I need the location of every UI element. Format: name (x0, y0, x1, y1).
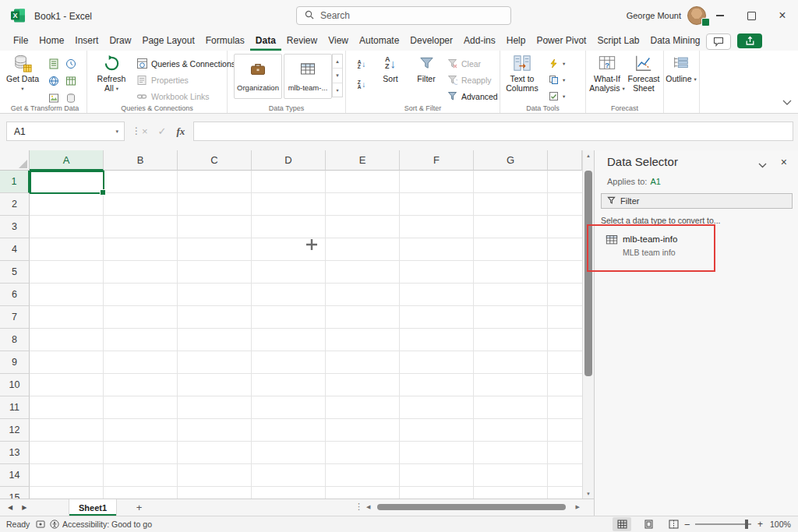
text-to-columns-button[interactable]: Text to Columns (503, 52, 541, 93)
page-layout-view-button[interactable] (639, 517, 658, 531)
sort-descending-button[interactable]: ZA↓ (351, 76, 373, 94)
from-web-icon[interactable] (48, 75, 60, 87)
from-text-csv-icon[interactable] (48, 58, 60, 70)
what-if-analysis-button[interactable]: ? What-If Analysis ▾ (589, 52, 625, 93)
ribbon-tab-file[interactable]: File (8, 31, 34, 51)
maximize-button[interactable] (736, 0, 767, 31)
column-header-F[interactable]: F (400, 150, 474, 171)
horizontal-scrollbar-thumb[interactable] (377, 504, 566, 510)
data-type-organization[interactable]: Organization (234, 54, 282, 99)
ribbon-tab-help[interactable]: Help (501, 31, 531, 51)
column-header-C[interactable]: C (178, 150, 252, 171)
data-type-result-mlb-team-info[interactable]: mlb-team-info MLB team info (606, 234, 777, 249)
row-header-4[interactable]: 4 (0, 238, 30, 261)
ribbon-tab-review[interactable]: Review (281, 31, 323, 51)
row-header-5[interactable]: 5 (0, 261, 30, 284)
macro-record-icon[interactable] (36, 516, 45, 532)
refresh-all-button[interactable]: Refresh All ▾ (94, 52, 129, 93)
select-all-corner[interactable] (0, 150, 30, 171)
properties-button[interactable]: Properties (136, 72, 235, 88)
sheet-nav-left-icon[interactable]: ◀ (8, 504, 12, 511)
column-header-A[interactable]: A (30, 150, 104, 171)
row-header-10[interactable]: 10 (0, 374, 30, 396)
data-type-mlb-team[interactable]: mlb-team-... (284, 54, 332, 99)
formula-input[interactable] (193, 122, 793, 141)
scroll-left-icon[interactable]: ◀ (366, 504, 370, 510)
row-header-12[interactable]: 12 (0, 419, 30, 442)
ribbon-tab-data[interactable]: Data (250, 31, 281, 51)
zoom-slider-thumb[interactable] (745, 520, 748, 529)
scroll-down-icon[interactable]: ▼ (583, 488, 594, 499)
accessibility-status[interactable]: Accessibility: Good to go (62, 516, 152, 532)
cells-area[interactable] (30, 171, 582, 499)
selected-cell-A1[interactable] (30, 171, 104, 194)
pane-close-button[interactable]: × (781, 156, 787, 168)
sheet-bar-grip[interactable]: ⋮ (355, 502, 363, 512)
collapse-ribbon-button[interactable] (782, 94, 792, 108)
scroll-right-icon[interactable]: ▶ (576, 504, 580, 510)
fill-handle[interactable] (100, 189, 106, 196)
remove-duplicates-button[interactable]: ▾ (547, 72, 565, 88)
row-header-1[interactable]: 1 (0, 171, 30, 193)
ribbon-tab-home[interactable]: Home (34, 31, 69, 51)
ribbon-tab-script-lab[interactable]: Script Lab (591, 31, 644, 51)
row-header-15[interactable]: 15 (0, 487, 30, 499)
applies-to-value[interactable]: A1 (650, 177, 660, 186)
flash-fill-button[interactable]: ▾ (547, 55, 565, 72)
column-header-B[interactable]: B (104, 150, 178, 171)
row-header-6[interactable]: 6 (0, 284, 30, 306)
row-header-2[interactable]: 2 (0, 193, 30, 216)
sheet-tab-sheet1[interactable]: Sheet1 (69, 499, 117, 516)
sheet-nav-right-icon[interactable]: ▶ (22, 504, 26, 511)
filter-button[interactable]: Filter (410, 52, 443, 83)
zoom-in-button[interactable]: + (757, 516, 763, 532)
pane-options-button[interactable] (758, 157, 767, 171)
gallery-more-icon[interactable]: ▾ (333, 83, 342, 97)
from-table-range-icon[interactable] (65, 75, 77, 87)
add-sheet-button[interactable]: + (132, 501, 146, 514)
close-button[interactable]: × (767, 0, 798, 31)
ribbon-tab-data-mining[interactable]: Data Mining (644, 31, 705, 51)
vertical-scrollbar-thumb[interactable] (584, 171, 592, 376)
column-header-partial[interactable] (548, 150, 582, 171)
get-data-button[interactable]: Get Data ▾ (5, 52, 41, 93)
forecast-sheet-button[interactable]: Forecast Sheet (627, 52, 661, 93)
data-validation-button[interactable]: ▾ (547, 88, 565, 104)
queries-connections-button[interactable]: Queries & Connections (136, 55, 235, 72)
filter-input[interactable]: Filter (601, 193, 793, 209)
vertical-scrollbar[interactable]: ▲ ▼ (582, 150, 594, 499)
sort-button[interactable]: AZ↓ Sort (374, 52, 407, 83)
reapply-filter-button[interactable]: Reapply (446, 72, 498, 88)
gallery-down-icon[interactable]: ▼ (333, 69, 342, 83)
ribbon-tab-developer[interactable]: Developer (404, 31, 458, 51)
gallery-up-icon[interactable]: ▲ (333, 55, 342, 69)
row-header-14[interactable]: 14 (0, 464, 30, 487)
column-header-D[interactable]: D (252, 150, 326, 171)
sort-ascending-button[interactable]: AZ↓ (351, 55, 373, 74)
normal-view-button[interactable] (613, 517, 631, 531)
ribbon-tab-insert[interactable]: Insert (69, 31, 104, 51)
cancel-icon[interactable]: × (142, 125, 148, 137)
clear-filter-button[interactable]: Clear (446, 55, 498, 72)
enter-check-icon[interactable]: ✓ (158, 125, 167, 137)
ribbon-tab-automate[interactable]: Automate (354, 31, 404, 51)
ribbon-tab-view[interactable]: View (323, 31, 354, 51)
from-picture-icon[interactable] (48, 92, 60, 104)
insert-function-button[interactable]: fx (177, 125, 185, 138)
advanced-filter-button[interactable]: Advanced (446, 88, 498, 104)
row-header-7[interactable]: 7 (0, 306, 30, 329)
comments-button[interactable] (706, 33, 731, 50)
existing-connections-icon[interactable] (65, 92, 77, 104)
horizontal-scrollbar[interactable]: ◀ ▶ (365, 503, 581, 512)
minimize-button[interactable] (704, 0, 736, 31)
column-header-E[interactable]: E (326, 150, 400, 171)
excel-app-icon[interactable]: X (10, 8, 26, 23)
ribbon-tab-draw[interactable]: Draw (104, 31, 136, 51)
column-header-G[interactable]: G (474, 150, 548, 171)
row-header-3[interactable]: 3 (0, 216, 30, 238)
ribbon-tab-power-pivot[interactable]: Power Pivot (531, 31, 591, 51)
row-header-9[interactable]: 9 (0, 351, 30, 374)
share-button[interactable] (737, 33, 762, 48)
name-box[interactable]: A1 ▾ (6, 122, 125, 141)
row-header-8[interactable]: 8 (0, 329, 30, 351)
